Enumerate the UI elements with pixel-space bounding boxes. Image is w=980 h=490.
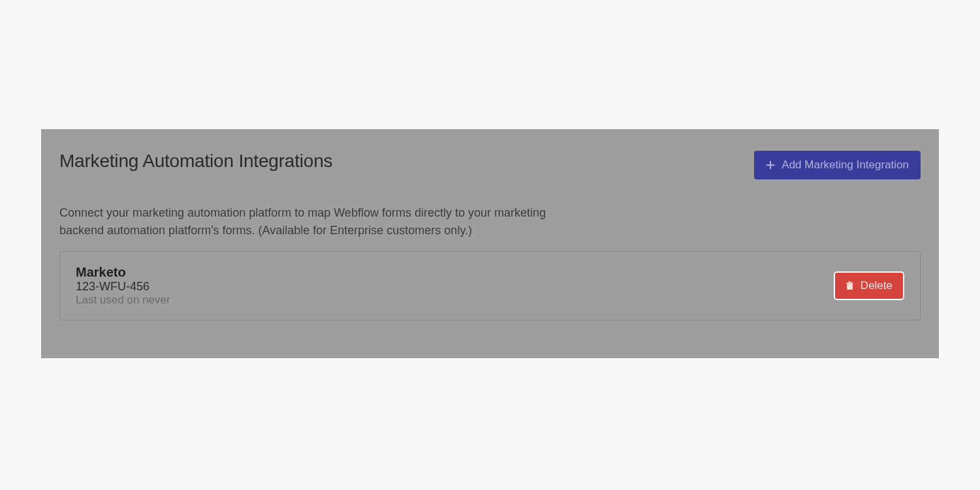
plus-icon — [766, 161, 775, 170]
svg-rect-0 — [847, 284, 853, 290]
integration-id: 123-WFU-456 — [76, 280, 170, 294]
integrations-panel: Marketing Automation Integrations Add Ma… — [41, 129, 939, 358]
panel-header: Marketing Automation Integrations Add Ma… — [59, 151, 921, 179]
add-button-label: Add Marketing Integration — [782, 157, 909, 173]
svg-rect-2 — [849, 281, 851, 283]
integration-last-used: Last used on never — [76, 294, 170, 307]
trash-icon — [846, 281, 855, 290]
integration-name: Marketo — [76, 265, 170, 280]
integration-info: Marketo 123-WFU-456 Last used on never — [76, 265, 170, 307]
delete-button-label: Delete — [861, 279, 893, 293]
integration-card: Marketo 123-WFU-456 Last used on never D… — [59, 251, 921, 320]
panel-title: Marketing Automation Integrations — [59, 151, 332, 172]
delete-integration-button[interactable]: Delete — [834, 271, 904, 300]
panel-description: Connect your marketing automation platfo… — [59, 204, 582, 239]
add-marketing-integration-button[interactable]: Add Marketing Integration — [754, 151, 921, 179]
